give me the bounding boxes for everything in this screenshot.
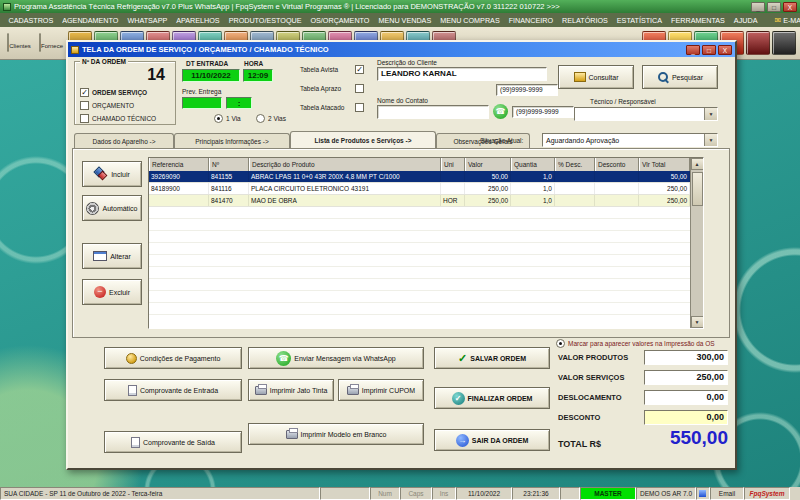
dt-entrada-field[interactable]: 11/10/2022: [182, 69, 240, 82]
checkbox-orcamento[interactable]: [80, 101, 89, 110]
comprovante-saida-button[interactable]: Comprovante de Saída: [104, 431, 242, 453]
whatsapp-icon[interactable]: ☎: [493, 104, 508, 119]
prev-entrega-label: Prev. Entrega: [182, 88, 221, 95]
status-build: DEMO OS AR 7.0: [636, 487, 696, 500]
menu-item-relatorios[interactable]: RELATÓRIOS: [558, 16, 613, 25]
tab-dados-aparelho[interactable]: Dados do Aparelho ->: [74, 133, 174, 148]
screen: Programa Assistência Técnica Refrigeraçã…: [0, 0, 800, 500]
checkbox-chamado-tecnico[interactable]: [80, 114, 89, 123]
status-brand-segment: FpqSystem: [744, 487, 790, 500]
situacao-combo[interactable]: Aguardando Aprovação ▼: [542, 133, 718, 147]
window-close-button[interactable]: X: [718, 45, 732, 55]
sair-ordem-button[interactable]: → SAIR DA ORDEM: [434, 429, 550, 451]
incluir-button[interactable]: Incluir: [82, 161, 142, 187]
checkbox-ordem-servico-label: ORDEM SERVIÇO: [92, 89, 147, 96]
table-row[interactable]: 84189900 841116 PLACA CIRCUITO ELETRONIC…: [149, 183, 703, 195]
hora-field[interactable]: 12:09: [243, 69, 273, 82]
checkbox-chamado-tecnico-label: CHAMADO TÉCNICO: [92, 115, 156, 122]
menu-item-estatistica[interactable]: ESTATÍSTICA: [612, 16, 666, 25]
automatico-button[interactable]: Automático: [82, 195, 142, 221]
radio-1-via[interactable]: [214, 114, 223, 123]
comprovante-entrada-button[interactable]: Comprovante de Entrada: [104, 379, 242, 401]
scroll-down-icon[interactable]: ▼: [691, 316, 704, 328]
toolbar-button-fornecedores[interactable]: Fornece: [36, 34, 66, 52]
condicoes-pagamento-button[interactable]: Condições de Pagamento: [104, 347, 242, 369]
products-table[interactable]: Referencia Nº Descrição do Produto Uni V…: [148, 157, 704, 329]
valor-produtos-label: VALOR PRODUTOS: [558, 353, 628, 362]
checkbox-orcamento-label: ORÇAMENTO: [92, 102, 134, 109]
printer-icon: [286, 430, 298, 439]
window-maximize-button[interactable]: □: [702, 45, 716, 55]
menu-item-email[interactable]: ✉ E-MAIL: [770, 16, 800, 25]
scroll-up-icon[interactable]: ▲: [691, 158, 704, 170]
add-icon: [94, 167, 108, 181]
checkbox-tabela-atacado[interactable]: [355, 103, 364, 112]
order-number-label: Nº DA ORDEM: [80, 58, 128, 65]
print-values-radio[interactable]: [556, 339, 565, 348]
menu-item-ferramentas[interactable]: FERRAMENTAS: [667, 16, 730, 25]
tabela-avista-label: Tabela Avista: [300, 66, 352, 73]
prev-entrega-date-field[interactable]: [182, 97, 222, 109]
imprimir-modelo-branco-button[interactable]: Imprimir Modelo em Branco: [248, 423, 424, 445]
menu-item-menu-vendas[interactable]: MENU VENDAS: [374, 16, 436, 25]
status-location: SUA CIDADE - SP 11 de Outubro de 2022 - …: [0, 487, 320, 500]
toolbar-button[interactable]: [746, 31, 770, 55]
window-title: TELA DA ORDEM DE SERVIÇO / ORÇAMENTO / C…: [82, 45, 683, 54]
fone1-field[interactable]: (99)9999-9999: [496, 84, 558, 96]
scrollbar-thumb[interactable]: [692, 172, 703, 206]
pesquisar-button[interactable]: Pesquisar: [642, 65, 718, 89]
checkbox-tabela-aprazo[interactable]: [355, 84, 364, 93]
valor-produtos-value: 300,00: [644, 350, 728, 365]
table-row[interactable]: 841470 MAO DE OBRA HOR 250,00 1,0 250,00: [149, 195, 703, 207]
table-empty-area: [149, 207, 703, 316]
menu-item-aparelhos[interactable]: APARELHOS: [172, 16, 224, 25]
enviar-whatsapp-button[interactable]: ☎ Enviar Mensagem via WhatsApp: [248, 347, 424, 369]
salvar-ordem-button[interactable]: ✓ SALVAR ORDEM: [434, 347, 550, 369]
consultar-button[interactable]: Consultar: [558, 65, 634, 89]
table-vertical-scrollbar[interactable]: ▲ ▼: [690, 158, 703, 328]
window-minimize-button[interactable]: _: [686, 45, 700, 55]
status-time: 23:21:36: [512, 487, 560, 500]
tab-principais-informacoes[interactable]: Principais Informações ->: [174, 133, 290, 148]
app-minimize-button[interactable]: _: [751, 2, 765, 12]
contato-input[interactable]: [377, 105, 489, 119]
menu-item-ajuda[interactable]: AJUDA: [729, 16, 762, 25]
table-row[interactable]: 39269090 841155 ABRAC LPAS 11 0+0 43R 20…: [149, 171, 703, 183]
cliente-input[interactable]: LEANDRO KARNAL: [377, 67, 547, 81]
status-icon-segment: [696, 487, 710, 500]
menu-item-menu-compras[interactable]: MENU COMPRAS: [436, 16, 505, 25]
toolbar-button-clientes[interactable]: Clientes: [4, 34, 34, 52]
desconto-value[interactable]: 0,00: [644, 410, 728, 425]
exit-icon: →: [456, 434, 469, 447]
app-mini-icon: [699, 490, 706, 497]
prev-entrega-time-field[interactable]: :: [226, 97, 252, 109]
whatsapp-icon: ☎: [276, 351, 291, 366]
situacao-label: Situação Atual:: [480, 137, 523, 144]
toolbar-button[interactable]: [772, 31, 796, 55]
menu-item-os-orcamento[interactable]: OS/ORÇAMENTO: [306, 16, 374, 25]
status-ins: Ins: [432, 487, 456, 500]
radio-2-vias[interactable]: [256, 114, 265, 123]
excluir-button[interactable]: − Excluir: [82, 279, 142, 305]
tab-lista-produtos-servicos[interactable]: Lista de Produtos e Serviços ->: [290, 131, 436, 148]
checkbox-tabela-avista[interactable]: ✓: [355, 65, 364, 74]
imprimir-jato-tinta-button[interactable]: Imprimir Jato Tinta: [248, 379, 334, 401]
imprimir-cupom-button[interactable]: Imprimir CUPOM: [338, 379, 424, 401]
status-email[interactable]: Email: [710, 487, 744, 500]
tecnico-combo[interactable]: ▼: [574, 107, 718, 121]
app-maximize-button[interactable]: □: [767, 2, 781, 12]
deslocamento-label: DESLOCAMENTO: [558, 393, 622, 402]
fone2-field[interactable]: (99)9999-9999: [512, 106, 574, 118]
menu-item-financeiro[interactable]: FINANCEIRO: [504, 16, 557, 25]
finalizar-ordem-button[interactable]: ✓ FINALIZAR ORDEM: [434, 387, 550, 409]
menu-item-produto-estoque[interactable]: PRODUTO/ESTOQUE: [224, 16, 306, 25]
checkbox-ordem-servico[interactable]: ✓: [80, 88, 89, 97]
menu-item-cadastros[interactable]: CADASTROS: [4, 16, 58, 25]
desconto-label: DESCONTO: [558, 413, 600, 422]
alterar-button[interactable]: Alterar: [82, 243, 142, 269]
contato-label: Nome do Contato: [377, 97, 428, 104]
menu-item-agendamento[interactable]: AGENDAMENTO: [58, 16, 123, 25]
order-number-value: 14: [147, 66, 165, 84]
app-close-button[interactable]: X: [783, 2, 797, 12]
menu-item-whatsapp[interactable]: WHATSAPP: [123, 16, 172, 25]
